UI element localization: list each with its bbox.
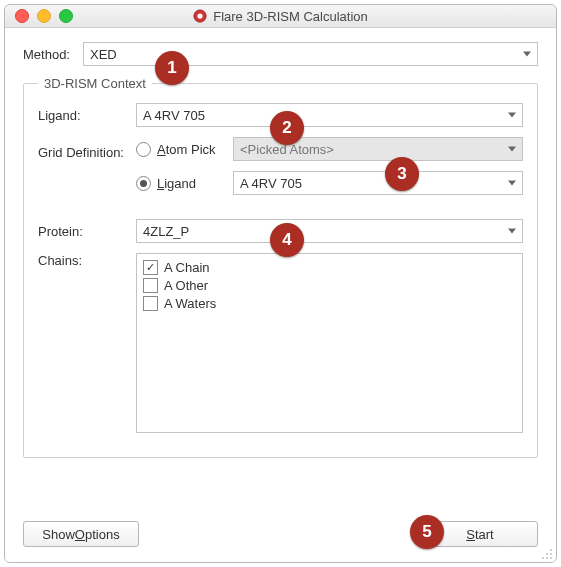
chains-row: Chains: A Chain A Other A Waters [38, 253, 523, 433]
grid-ligand-combo[interactable]: A 4RV 705 [233, 171, 523, 195]
radio-atom-pick[interactable] [136, 142, 151, 157]
svg-point-0 [194, 10, 206, 22]
ligand-combo[interactable]: A 4RV 705 [136, 103, 523, 127]
window-title: Flare 3D-RISM Calculation [5, 9, 556, 24]
chevron-down-icon [508, 181, 516, 186]
chevron-down-icon [508, 113, 516, 118]
svg-point-3 [550, 553, 552, 555]
check-label: A Other [164, 278, 208, 293]
radio-ligand-label: Ligand [157, 176, 227, 191]
callout-4: 4 [270, 223, 304, 257]
grid-ligand-value: A 4RV 705 [240, 176, 302, 191]
svg-point-5 [546, 553, 548, 555]
footer: Show Options Start [23, 521, 538, 547]
window-controls [5, 9, 73, 23]
context-legend: 3D-RISM Context [38, 76, 152, 91]
client-area: Method: XED 3D-RISM Context Ligand: A 4R… [5, 28, 556, 563]
check-label: A Waters [164, 296, 216, 311]
list-item[interactable]: A Chain [143, 258, 516, 276]
method-value: XED [90, 47, 117, 62]
chevron-down-icon [508, 229, 516, 234]
callout-5: 5 [410, 515, 444, 549]
svg-point-4 [550, 557, 552, 559]
chevron-down-icon [523, 52, 531, 57]
zoom-icon[interactable] [59, 9, 73, 23]
list-item[interactable]: A Waters [143, 294, 516, 312]
window-title-text: Flare 3D-RISM Calculation [213, 9, 368, 24]
checkbox-a-chain[interactable] [143, 260, 158, 275]
titlebar: Flare 3D-RISM Calculation [5, 5, 556, 28]
grid-def-label: Grid Definition: [38, 145, 136, 160]
checkbox-a-waters[interactable] [143, 296, 158, 311]
protein-combo[interactable]: 4ZLZ_P [136, 219, 523, 243]
svg-point-7 [542, 557, 544, 559]
protein-value: 4ZLZ_P [143, 224, 189, 239]
ligand-label: Ligand: [38, 108, 136, 123]
svg-point-2 [550, 549, 552, 551]
method-row: Method: XED [23, 42, 538, 66]
callout-1: 1 [155, 51, 189, 85]
resize-grip-icon[interactable] [541, 548, 553, 560]
chevron-down-icon [508, 147, 516, 152]
ligand-value: A 4RV 705 [143, 108, 205, 123]
check-label: A Chain [164, 260, 210, 275]
minimize-icon[interactable] [37, 9, 51, 23]
method-label: Method: [23, 47, 83, 62]
svg-point-6 [546, 557, 548, 559]
grid-def-row-ligand: Ligand A 4RV 705 [38, 171, 523, 201]
svg-point-1 [198, 13, 203, 18]
close-icon[interactable] [15, 9, 29, 23]
protein-label: Protein: [38, 224, 136, 239]
show-options-button[interactable]: Show Options [23, 521, 139, 547]
dialog-window: Flare 3D-RISM Calculation Method: XED 3D… [4, 4, 557, 563]
callout-3: 3 [385, 157, 419, 191]
flare-app-icon [193, 9, 207, 23]
list-item[interactable]: A Other [143, 276, 516, 294]
checkbox-a-other[interactable] [143, 278, 158, 293]
radio-atom-pick-label: Atom Pick [157, 142, 227, 157]
callout-2: 2 [270, 111, 304, 145]
chains-listbox[interactable]: A Chain A Other A Waters [136, 253, 523, 433]
radio-ligand[interactable] [136, 176, 151, 191]
method-combo[interactable]: XED [83, 42, 538, 66]
chains-label: Chains: [38, 253, 136, 268]
